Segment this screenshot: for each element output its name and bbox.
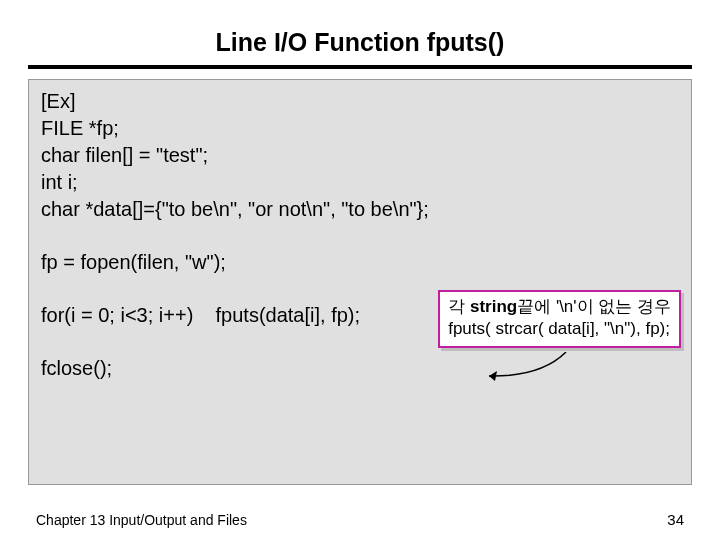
callout-box: 각 string끝에 '\n'이 없는 경우 fputs( strcar( da… <box>438 290 681 348</box>
code-line: int i; <box>41 169 679 196</box>
callout-text: 끝에 '\n'이 없는 경우 <box>517 297 671 316</box>
slide-title: Line I/O Function fputs() <box>28 28 692 69</box>
chapter-label: Chapter 13 Input/Output and Files <box>36 512 247 528</box>
code-line: char *data[]={"to be\n", "or not\n", "to… <box>41 196 679 223</box>
spacer <box>41 223 679 249</box>
callout-line1: 각 string끝에 '\n'이 없는 경우 <box>448 296 671 318</box>
arrow-icon <box>481 352 571 382</box>
page-number: 34 <box>667 511 684 528</box>
footer: Chapter 13 Input/Output and Files 34 <box>36 511 684 528</box>
code-line: char filen[] = "test"; <box>41 142 679 169</box>
callout-bold: string <box>470 297 517 316</box>
slide: Line I/O Function fputs() [Ex] FILE *fp;… <box>0 0 720 540</box>
code-line: [Ex] <box>41 88 679 115</box>
callout-text: 각 <box>448 297 470 316</box>
code-line: fclose(); <box>41 355 679 382</box>
code-line: FILE *fp; <box>41 115 679 142</box>
callout-line2: fputs( strcar( data[i], "\n"), fp); <box>448 318 671 340</box>
code-line: fp = fopen(filen, "w"); <box>41 249 679 276</box>
code-box: [Ex] FILE *fp; char filen[] = "test"; in… <box>28 79 692 485</box>
